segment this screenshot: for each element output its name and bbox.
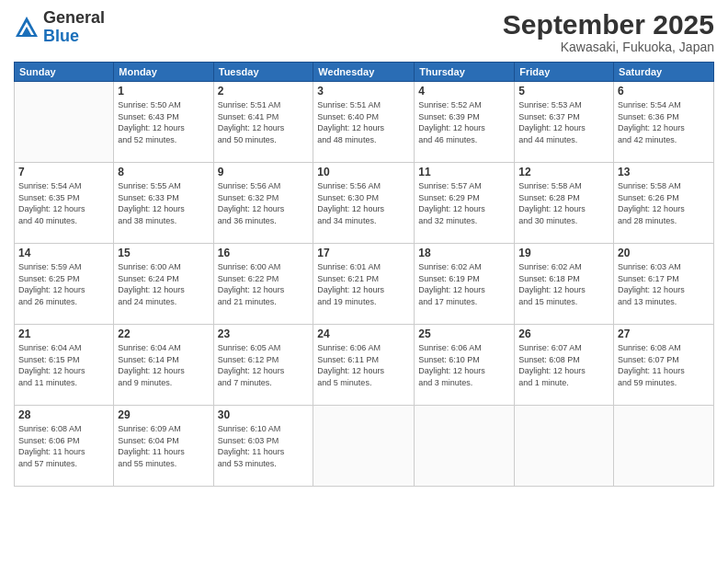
day-info: Sunrise: 5:51 AM Sunset: 6:40 PM Dayligh…	[317, 99, 410, 145]
week-row-1: 1Sunrise: 5:50 AM Sunset: 6:43 PM Daylig…	[15, 82, 714, 163]
day-info: Sunrise: 5:52 AM Sunset: 6:39 PM Dayligh…	[418, 99, 510, 145]
day-number: 4	[418, 85, 510, 98]
month-title: September 2025	[503, 9, 714, 40]
header-monday: Monday	[114, 63, 213, 82]
header-sunday: Sunday	[15, 63, 114, 82]
calendar-cell: 8Sunrise: 5:55 AM Sunset: 6:33 PM Daylig…	[114, 163, 213, 244]
day-info: Sunrise: 6:02 AM Sunset: 6:18 PM Dayligh…	[518, 261, 609, 307]
calendar-cell: 15Sunrise: 6:00 AM Sunset: 6:24 PM Dayli…	[114, 244, 213, 325]
header-tuesday: Tuesday	[213, 63, 313, 82]
day-number: 2	[218, 85, 310, 98]
day-number: 13	[618, 166, 710, 178]
day-info: Sunrise: 6:08 AM Sunset: 6:06 PM Dayligh…	[18, 423, 109, 469]
calendar-cell: 21Sunrise: 6:04 AM Sunset: 6:15 PM Dayli…	[15, 325, 114, 406]
day-info: Sunrise: 6:09 AM Sunset: 6:04 PM Dayligh…	[118, 423, 209, 469]
calendar-cell: 25Sunrise: 6:06 AM Sunset: 6:10 PM Dayli…	[415, 325, 515, 406]
calendar-cell: 26Sunrise: 6:07 AM Sunset: 6:08 PM Dayli…	[515, 325, 614, 406]
day-number: 24	[317, 327, 410, 340]
calendar-cell: 2Sunrise: 5:51 AM Sunset: 6:41 PM Daylig…	[213, 82, 313, 163]
week-row-5: 28Sunrise: 6:08 AM Sunset: 6:06 PM Dayli…	[15, 406, 714, 487]
day-number: 11	[418, 166, 510, 178]
calendar-cell: 22Sunrise: 6:04 AM Sunset: 6:14 PM Dayli…	[114, 325, 213, 406]
day-info: Sunrise: 6:02 AM Sunset: 6:19 PM Dayligh…	[418, 261, 510, 307]
day-number: 18	[418, 247, 510, 259]
day-info: Sunrise: 5:50 AM Sunset: 6:43 PM Dayligh…	[118, 99, 209, 145]
day-info: Sunrise: 5:54 AM Sunset: 6:35 PM Dayligh…	[18, 180, 109, 226]
day-number: 25	[418, 327, 510, 340]
day-info: Sunrise: 5:58 AM Sunset: 6:28 PM Dayligh…	[518, 180, 609, 226]
day-number: 14	[18, 247, 109, 259]
day-number: 7	[18, 166, 109, 178]
calendar-cell: 16Sunrise: 6:00 AM Sunset: 6:22 PM Dayli…	[213, 244, 313, 325]
calendar-cell: 20Sunrise: 6:03 AM Sunset: 6:17 PM Dayli…	[614, 244, 714, 325]
logo-text: General Blue	[43, 9, 105, 46]
day-number: 20	[618, 247, 710, 259]
header-saturday: Saturday	[614, 63, 714, 82]
calendar-cell: 10Sunrise: 5:56 AM Sunset: 6:30 PM Dayli…	[313, 163, 415, 244]
day-info: Sunrise: 6:06 AM Sunset: 6:11 PM Dayligh…	[317, 342, 410, 388]
day-number: 19	[518, 247, 609, 259]
week-row-4: 21Sunrise: 6:04 AM Sunset: 6:15 PM Dayli…	[15, 325, 714, 406]
day-number: 9	[218, 166, 310, 178]
day-info: Sunrise: 5:54 AM Sunset: 6:36 PM Dayligh…	[618, 99, 710, 145]
day-number: 17	[317, 247, 410, 259]
day-info: Sunrise: 5:55 AM Sunset: 6:33 PM Dayligh…	[118, 180, 209, 226]
calendar-cell: 12Sunrise: 5:58 AM Sunset: 6:28 PM Dayli…	[515, 163, 614, 244]
day-info: Sunrise: 5:56 AM Sunset: 6:30 PM Dayligh…	[317, 180, 410, 226]
header-wednesday: Wednesday	[313, 63, 415, 82]
day-info: Sunrise: 6:08 AM Sunset: 6:07 PM Dayligh…	[618, 342, 710, 388]
day-number: 15	[118, 247, 209, 259]
calendar-cell: 1Sunrise: 5:50 AM Sunset: 6:43 PM Daylig…	[114, 82, 213, 163]
day-info: Sunrise: 6:01 AM Sunset: 6:21 PM Dayligh…	[317, 261, 410, 307]
day-number: 16	[218, 247, 310, 259]
day-info: Sunrise: 6:05 AM Sunset: 6:12 PM Dayligh…	[218, 342, 310, 388]
calendar-cell: 7Sunrise: 5:54 AM Sunset: 6:35 PM Daylig…	[15, 163, 114, 244]
day-number: 27	[618, 327, 710, 340]
day-number: 29	[118, 408, 209, 421]
day-info: Sunrise: 6:00 AM Sunset: 6:24 PM Dayligh…	[118, 261, 209, 307]
day-number: 12	[518, 166, 609, 178]
day-number: 21	[18, 327, 109, 340]
calendar-cell: 11Sunrise: 5:57 AM Sunset: 6:29 PM Dayli…	[415, 163, 515, 244]
calendar-cell: 28Sunrise: 6:08 AM Sunset: 6:06 PM Dayli…	[15, 406, 114, 487]
week-row-2: 7Sunrise: 5:54 AM Sunset: 6:35 PM Daylig…	[15, 163, 714, 244]
day-info: Sunrise: 6:10 AM Sunset: 6:03 PM Dayligh…	[218, 423, 310, 469]
day-number: 23	[218, 327, 310, 340]
calendar-cell	[313, 406, 415, 487]
day-info: Sunrise: 6:04 AM Sunset: 6:14 PM Dayligh…	[118, 342, 209, 388]
calendar-cell	[415, 406, 515, 487]
day-number: 28	[18, 408, 109, 421]
calendar-cell: 6Sunrise: 5:54 AM Sunset: 6:36 PM Daylig…	[614, 82, 714, 163]
day-info: Sunrise: 5:53 AM Sunset: 6:37 PM Dayligh…	[518, 99, 609, 145]
calendar-cell: 5Sunrise: 5:53 AM Sunset: 6:37 PM Daylig…	[515, 82, 614, 163]
day-number: 30	[218, 408, 310, 421]
day-number: 26	[518, 327, 609, 340]
day-info: Sunrise: 6:04 AM Sunset: 6:15 PM Dayligh…	[18, 342, 109, 388]
calendar-cell: 23Sunrise: 6:05 AM Sunset: 6:12 PM Dayli…	[213, 325, 313, 406]
day-info: Sunrise: 6:06 AM Sunset: 6:10 PM Dayligh…	[418, 342, 510, 388]
day-number: 6	[618, 85, 710, 98]
page-header: General Blue September 2025 Kawasaki, Fu…	[14, 9, 714, 54]
calendar-cell: 18Sunrise: 6:02 AM Sunset: 6:19 PM Dayli…	[415, 244, 515, 325]
calendar-cell	[614, 406, 714, 487]
day-info: Sunrise: 6:00 AM Sunset: 6:22 PM Dayligh…	[218, 261, 310, 307]
calendar-table: Sunday Monday Tuesday Wednesday Thursday…	[14, 62, 714, 487]
calendar-cell: 17Sunrise: 6:01 AM Sunset: 6:21 PM Dayli…	[313, 244, 415, 325]
day-number: 5	[518, 85, 609, 98]
calendar-cell: 13Sunrise: 5:58 AM Sunset: 6:26 PM Dayli…	[614, 163, 714, 244]
calendar-cell: 3Sunrise: 5:51 AM Sunset: 6:40 PM Daylig…	[313, 82, 415, 163]
header-thursday: Thursday	[415, 63, 515, 82]
day-info: Sunrise: 5:59 AM Sunset: 6:25 PM Dayligh…	[18, 261, 109, 307]
day-info: Sunrise: 5:51 AM Sunset: 6:41 PM Dayligh…	[218, 99, 310, 145]
day-info: Sunrise: 6:07 AM Sunset: 6:08 PM Dayligh…	[518, 342, 609, 388]
calendar-cell: 24Sunrise: 6:06 AM Sunset: 6:11 PM Dayli…	[313, 325, 415, 406]
title-block: September 2025 Kawasaki, Fukuoka, Japan	[503, 9, 714, 54]
day-info: Sunrise: 5:57 AM Sunset: 6:29 PM Dayligh…	[418, 180, 510, 226]
header-friday: Friday	[515, 63, 614, 82]
calendar-cell: 9Sunrise: 5:56 AM Sunset: 6:32 PM Daylig…	[213, 163, 313, 244]
calendar-cell: 29Sunrise: 6:09 AM Sunset: 6:04 PM Dayli…	[114, 406, 213, 487]
day-info: Sunrise: 6:03 AM Sunset: 6:17 PM Dayligh…	[618, 261, 710, 307]
calendar-cell	[15, 82, 114, 163]
calendar-cell: 19Sunrise: 6:02 AM Sunset: 6:18 PM Dayli…	[515, 244, 614, 325]
day-number: 10	[317, 166, 410, 178]
